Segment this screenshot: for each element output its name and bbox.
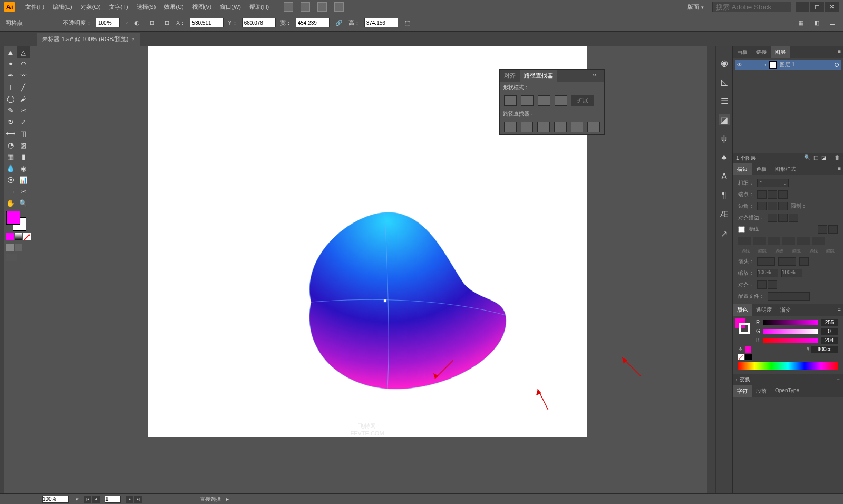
- menu-select[interactable]: 选择(S): [132, 1, 160, 13]
- align-dock-icon[interactable]: ☰: [719, 95, 730, 106]
- canvas[interactable]: 飞特网 FEVTE.COM: [33, 46, 707, 493]
- gradient-mesh-shape[interactable]: [290, 210, 511, 400]
- tab-layers[interactable]: 图层: [771, 46, 790, 58]
- zoom-tool[interactable]: 🔍: [17, 197, 30, 209]
- eyedropper-tool[interactable]: 💧: [4, 162, 17, 174]
- spectrum-bar[interactable]: [738, 362, 838, 370]
- layer-row[interactable]: 👁 › 图层 1: [735, 60, 841, 70]
- rectangle-tool[interactable]: ◯: [4, 93, 17, 104]
- tab-color[interactable]: 颜色: [733, 304, 752, 316]
- tab-links[interactable]: 链接: [752, 46, 771, 58]
- menu-help[interactable]: 帮助(H): [245, 1, 273, 13]
- tab-paragraph[interactable]: 段落: [752, 385, 771, 397]
- arrow-align-end[interactable]: [768, 280, 777, 289]
- menu-type[interactable]: 文字(T): [105, 1, 132, 13]
- para-icon[interactable]: ¶: [719, 190, 730, 201]
- minus-back-button[interactable]: [587, 122, 600, 132]
- tab-opentype[interactable]: OpenType: [771, 385, 803, 397]
- tab-gradient[interactable]: 渐变: [776, 304, 795, 316]
- next-artboard-icon[interactable]: ▸: [126, 496, 133, 503]
- profile-select[interactable]: [768, 292, 810, 301]
- tab-transparency[interactable]: 透明度: [752, 304, 776, 316]
- window-maximize[interactable]: ◻: [810, 2, 824, 12]
- fill-color-swatch[interactable]: [6, 211, 20, 225]
- new-layer-icon[interactable]: ▫: [829, 154, 831, 162]
- stroke-weight-stepper[interactable]: ⌃⌄: [757, 179, 789, 187]
- scrollbar-vertical[interactable]: [707, 46, 715, 493]
- blend-tool[interactable]: ◉: [17, 162, 30, 174]
- intersect-button[interactable]: [538, 95, 550, 106]
- outline-button[interactable]: [571, 122, 584, 132]
- draw-mode[interactable]: [6, 254, 17, 261]
- r-slider[interactable]: [763, 320, 818, 325]
- shape-icon[interactable]: ◧: [811, 17, 822, 28]
- shaper-tool[interactable]: ✎: [4, 104, 17, 116]
- first-artboard-icon[interactable]: |◂: [84, 496, 91, 503]
- export-icon[interactable]: ↗: [719, 228, 730, 239]
- artboard-tool[interactable]: ▭: [4, 186, 17, 197]
- crop-button[interactable]: [554, 122, 567, 132]
- eraser-tool[interactable]: ✂: [17, 104, 30, 116]
- arrange-icon[interactable]: [317, 2, 327, 12]
- dash-3[interactable]: [797, 237, 810, 245]
- close-tab-icon[interactable]: ×: [131, 36, 134, 42]
- collapse-icon[interactable]: ››: [593, 72, 596, 80]
- workspace-selector[interactable]: 版面▾: [683, 1, 708, 13]
- prev-artboard-icon[interactable]: ◂: [92, 496, 100, 503]
- delete-layer-icon[interactable]: 🗑: [835, 154, 840, 162]
- layer-name[interactable]: 图层 1: [780, 61, 794, 69]
- expand-button[interactable]: 扩展: [571, 95, 594, 106]
- trim-button[interactable]: [521, 122, 534, 132]
- selection-tool[interactable]: ▲: [4, 46, 17, 58]
- g-slider[interactable]: [763, 329, 818, 334]
- black-swatch[interactable]: [745, 354, 752, 360]
- window-minimize[interactable]: —: [796, 2, 809, 12]
- opacity-dropdown[interactable]: ›: [126, 20, 128, 25]
- arrow-scale-end[interactable]: 100%: [781, 269, 802, 277]
- menu-edit[interactable]: 编辑(E): [49, 1, 76, 13]
- align-inside[interactable]: [778, 214, 788, 222]
- mesh-tool[interactable]: ▦: [4, 151, 17, 162]
- brushes-icon[interactable]: ψ: [719, 133, 730, 144]
- adobe-stock-search[interactable]: [712, 2, 791, 12]
- status-dropdown-icon[interactable]: ▸: [226, 496, 229, 502]
- line-tool[interactable]: ╱: [17, 81, 30, 93]
- corner-miter[interactable]: [757, 202, 767, 210]
- menu-object[interactable]: 对象(O): [76, 1, 105, 13]
- document-tab[interactable]: 未标题-1.ai* @ 100% (RGB/预览) ×: [37, 33, 140, 46]
- menu-file[interactable]: 文件(F): [21, 1, 49, 13]
- panel-menu-icon[interactable]: ≡: [836, 46, 843, 58]
- hand-tool[interactable]: ✋: [4, 197, 17, 209]
- locate-object-icon[interactable]: 🔍: [804, 154, 810, 162]
- g-value[interactable]: 0: [821, 328, 838, 335]
- h-input[interactable]: [364, 18, 398, 27]
- hex-value[interactable]: ff00cc: [811, 346, 838, 353]
- options-icon[interactable]: ☰: [827, 17, 838, 28]
- color-mode-gradient[interactable]: [15, 233, 22, 240]
- pathfinder-panel[interactable]: 对齐 路径查找器 ››≡ 形状模式： 扩展 路径查找器：: [499, 69, 605, 135]
- expand-layer-icon[interactable]: ›: [764, 62, 766, 68]
- gap-2[interactable]: [782, 237, 795, 245]
- b-value[interactable]: 204: [821, 337, 838, 344]
- char-icon[interactable]: A: [719, 171, 730, 182]
- visibility-icon[interactable]: 👁: [737, 62, 742, 68]
- stock-icon[interactable]: [301, 2, 310, 12]
- align-icon[interactable]: ▦: [796, 17, 806, 28]
- w-input[interactable]: [296, 18, 330, 27]
- menu-effect[interactable]: 效果(C): [160, 1, 188, 13]
- dash-2[interactable]: [768, 237, 780, 245]
- dashed-checkbox[interactable]: [738, 226, 745, 233]
- link-wh-icon[interactable]: 🔗: [334, 17, 344, 28]
- shape-builder-tool[interactable]: ◔: [4, 139, 17, 151]
- lasso-tool[interactable]: ◠: [17, 58, 30, 70]
- b-slider[interactable]: [763, 338, 818, 343]
- gap-3[interactable]: [812, 237, 825, 245]
- direct-selection-tool[interactable]: △: [17, 46, 30, 58]
- gpu-icon[interactable]: [334, 2, 344, 12]
- tab-pathfinder[interactable]: 路径查找器: [520, 70, 557, 82]
- dash-preserve[interactable]: [818, 225, 827, 234]
- divide-button[interactable]: [504, 122, 517, 132]
- color-mode-solid[interactable]: [6, 233, 14, 240]
- tab-styles[interactable]: 图形样式: [771, 163, 800, 175]
- curvature-tool[interactable]: 〰: [17, 70, 30, 81]
